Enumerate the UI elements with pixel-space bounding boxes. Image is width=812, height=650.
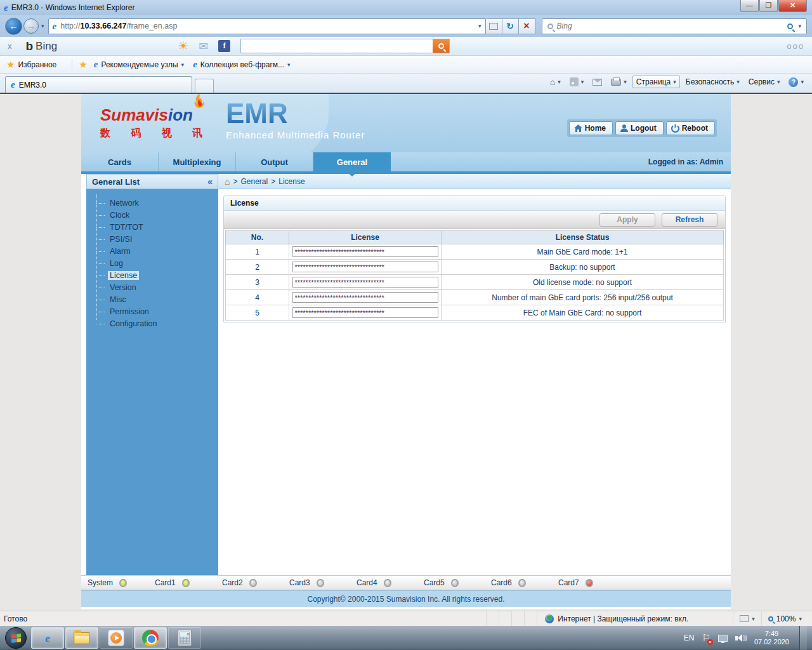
column-header-status: License Status: [442, 231, 724, 244]
taskbar-ie[interactable]: e: [31, 627, 64, 649]
sidebar-item-configuration[interactable]: Configuration: [93, 317, 218, 329]
license-input[interactable]: [292, 307, 438, 318]
web-slices-link[interactable]: e Коллекция веб-фрагм... ▾: [193, 60, 290, 69]
tab-cards[interactable]: Cards: [81, 152, 159, 171]
volume-icon[interactable]: ))): [735, 634, 747, 642]
tab-general[interactable]: General: [313, 152, 391, 171]
sidebar-item-version[interactable]: Version: [93, 281, 218, 293]
sidebar-item-network[interactable]: Network: [93, 197, 218, 209]
zone-text: Интернет | Защищенный режим: вкл.: [558, 614, 688, 623]
row-number: 3: [226, 275, 289, 290]
flame-icon: [193, 94, 206, 114]
address-field[interactable]: e http://10.33.66.247/frame_en.asp ▾: [48, 18, 486, 34]
show-desktop-button[interactable]: [799, 626, 807, 650]
compatibility-zoom-menu[interactable]: ▾: [733, 611, 761, 626]
print-button[interactable]: ▾: [608, 77, 630, 87]
url-text[interactable]: http://10.33.66.247/frame_en.asp: [60, 22, 478, 30]
compatibility-view-button[interactable]: [486, 18, 502, 34]
apply-button[interactable]: Apply: [599, 213, 655, 227]
tab-multiplexing[interactable]: Multiplexing: [159, 152, 236, 171]
card-status-bar: System Card1 Card2 Card3 Card4 Card5 Car…: [81, 575, 731, 590]
separator: [72, 60, 72, 70]
start-button[interactable]: [5, 627, 27, 649]
minimize-button[interactable]: —: [740, 0, 759, 12]
table-row: 4 Number of main GbE card ports: 256 inp…: [226, 290, 724, 305]
breadcrumb-separator: >: [233, 177, 237, 186]
page-banner: Sumavision 数 码 视 讯 EMR Enhanced Multimed…: [81, 94, 731, 152]
license-input[interactable]: [292, 246, 438, 257]
breadcrumb-license[interactable]: License: [278, 177, 304, 186]
sidebar-item-permission[interactable]: Permission: [93, 305, 218, 317]
suggested-sites-link[interactable]: e Рекомендуемые узлы ▾: [94, 60, 184, 69]
bing-search-input[interactable]: [241, 39, 433, 53]
reboot-button[interactable]: Reboot: [666, 121, 715, 135]
taskbar-media-player[interactable]: [100, 627, 133, 649]
clock-time: 7:49: [754, 630, 789, 638]
new-tab-button[interactable]: [195, 79, 214, 93]
sidebar-item-log[interactable]: Log: [93, 257, 218, 269]
sidebar-item-tdt-tot[interactable]: TDT/TOT: [93, 221, 218, 233]
language-indicator[interactable]: EN: [684, 633, 695, 642]
bing-logo[interactable]: bBing: [26, 39, 58, 53]
zoom-control[interactable]: 100% ▾: [761, 611, 808, 626]
network-icon[interactable]: [718, 635, 728, 642]
clock-date: 07.02.2020: [754, 638, 789, 646]
bing-search-field[interactable]: [240, 39, 450, 53]
sidebar-item-license[interactable]: License: [93, 269, 218, 281]
history-dropdown-icon[interactable]: ▾: [41, 23, 44, 29]
license-input[interactable]: [292, 262, 438, 272]
security-menu-button[interactable]: Безопасность▾: [683, 76, 743, 88]
sidebar-item-psi-si[interactable]: PSI/SI: [93, 233, 218, 245]
toolbar-more-options[interactable]: ooo: [787, 41, 804, 51]
search-go-icon[interactable]: [787, 23, 793, 29]
sidebar-header: General List «: [86, 174, 218, 189]
help-button[interactable]: ?▾: [785, 76, 807, 88]
sidebar-item-alarm[interactable]: Alarm: [93, 245, 218, 257]
license-input[interactable]: [292, 277, 438, 288]
sidebar-item-clock[interactable]: Clock: [93, 209, 218, 221]
license-input[interactable]: [292, 292, 438, 303]
collapse-sidebar-icon[interactable]: «: [207, 176, 213, 187]
taskbar-calculator[interactable]: [168, 627, 201, 649]
tools-menu-button[interactable]: Сервис▾: [745, 76, 783, 88]
browser-viewport: Sumavision 数 码 视 讯 EMR Enhanced Multimed…: [0, 93, 812, 611]
home-icon: ⌂: [550, 77, 555, 87]
search-dropdown-icon[interactable]: ▾: [798, 23, 801, 29]
status-led: [249, 579, 257, 587]
sidebar: General List « Network Clock TDT/TOT PSI…: [86, 174, 218, 575]
taskbar-clock[interactable]: 7:49 07.02.2020: [754, 630, 789, 646]
stop-button[interactable]: ×: [519, 18, 535, 34]
row-number: 2: [226, 260, 289, 275]
page-menu-button[interactable]: Страница▾: [632, 76, 680, 88]
back-button[interactable]: ←: [5, 18, 22, 35]
mail-envelope-icon[interactable]: ✉: [199, 39, 208, 53]
taskbar-explorer[interactable]: [65, 627, 98, 649]
weather-icon[interactable]: ☀: [178, 39, 188, 53]
tab-emr3[interactable]: e EMR3.0: [5, 76, 192, 93]
breadcrumb-home-icon[interactable]: ⌂: [225, 177, 230, 186]
add-favorite-icon[interactable]: ★: [79, 59, 87, 70]
sidebar-item-misc[interactable]: Misc: [93, 293, 218, 305]
forward-button[interactable]: →: [23, 18, 39, 34]
read-mail-button[interactable]: [589, 77, 605, 87]
logout-button[interactable]: Logout: [615, 121, 664, 135]
address-dropdown-icon[interactable]: ▾: [478, 23, 481, 29]
feeds-button[interactable]: ▾: [566, 76, 587, 88]
favorites-bar: ★ Избранное ★ e Рекомендуемые узлы ▾ e К…: [0, 56, 812, 74]
home-button[interactable]: ⌂▾: [547, 76, 564, 88]
search-box[interactable]: Bing ▾: [542, 18, 807, 34]
home-nav-button[interactable]: Home: [569, 121, 613, 135]
close-button[interactable]: ✕: [778, 0, 807, 12]
toolbar-close-button[interactable]: x: [8, 41, 12, 51]
search-placeholder[interactable]: Bing: [557, 22, 788, 30]
breadcrumb-general[interactable]: General: [240, 177, 268, 186]
maximize-button[interactable]: ❐: [759, 0, 778, 12]
tab-output[interactable]: Output: [236, 152, 313, 171]
action-center-icon[interactable]: ⚐: [702, 632, 710, 644]
bing-search-button[interactable]: [433, 39, 449, 53]
refresh-button[interactable]: Refresh: [662, 213, 717, 227]
taskbar-chrome[interactable]: [134, 627, 167, 649]
refresh-button[interactable]: ↻: [502, 18, 519, 34]
facebook-icon[interactable]: f: [218, 40, 230, 52]
favorites-button[interactable]: ★ Избранное: [6, 59, 56, 70]
